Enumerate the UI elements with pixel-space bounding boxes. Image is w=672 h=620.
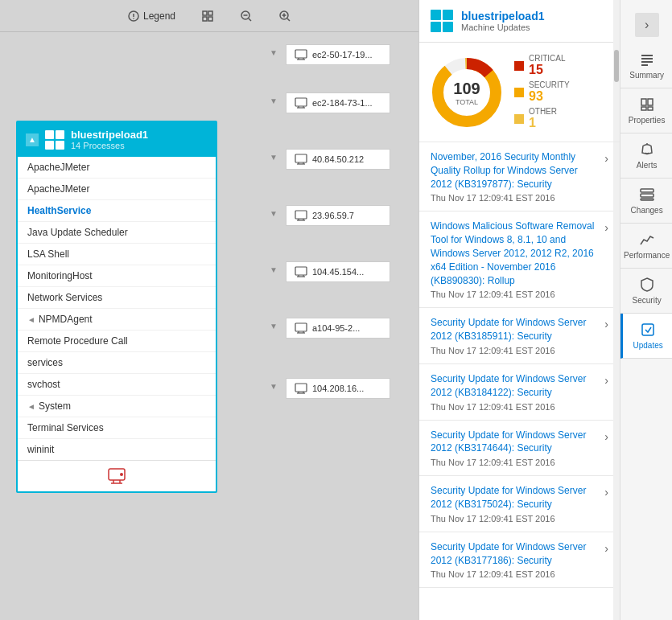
expand-panel-button[interactable]: › bbox=[635, 13, 659, 37]
donut-label: 109 TOTAL bbox=[453, 79, 480, 105]
svg-rect-27 bbox=[295, 98, 307, 106]
legend-security: SECURITY 93 bbox=[514, 80, 570, 104]
sidebar-alerts-label: Alerts bbox=[637, 161, 658, 170]
legend-security-label: SECURITY bbox=[529, 80, 570, 89]
remote-box-2[interactable]: ec2-184-73-1... bbox=[286, 92, 390, 113]
remote-box-5[interactable]: 104.45.154... bbox=[286, 261, 390, 282]
svg-rect-35 bbox=[295, 211, 307, 219]
process-name: Remote Procedure Call bbox=[27, 335, 128, 347]
process-name: HealthService bbox=[27, 205, 91, 216]
monitor-icon-7 bbox=[295, 383, 307, 394]
monitor-icon-2 bbox=[295, 97, 307, 109]
fit-button[interactable] bbox=[195, 6, 221, 26]
node-subtitle: 14 Processes bbox=[71, 141, 148, 150]
chevron-down-icon: › bbox=[604, 318, 608, 331]
sidebar-properties-label: Properties bbox=[629, 116, 666, 125]
zoom-out-button[interactable] bbox=[233, 6, 259, 26]
svg-rect-3 bbox=[203, 11, 207, 15]
monitor-icon-5 bbox=[295, 266, 307, 277]
svg-rect-6 bbox=[208, 17, 212, 21]
process-item-monitoring[interactable]: MonitoringHost bbox=[18, 265, 216, 287]
remote-box-6[interactable]: a104-95-2... bbox=[286, 318, 390, 339]
sidebar-properties-button[interactable]: Properties bbox=[620, 88, 672, 133]
expand-indicator-6: ▼ bbox=[270, 322, 278, 331]
update-item[interactable]: November, 2016 Security Monthly Quality … bbox=[419, 142, 620, 211]
remote-label-1: ec2-50-17-19... bbox=[312, 50, 373, 60]
collapse-button[interactable]: ▲ bbox=[26, 133, 39, 146]
sidebar-summary-label: Summary bbox=[629, 71, 664, 80]
update-item[interactable]: Security Update for Windows Server 2012 … bbox=[419, 532, 620, 589]
process-item-services[interactable]: services bbox=[18, 352, 216, 374]
remote-box-4[interactable]: 23.96.59.7 bbox=[286, 205, 390, 226]
process-item-terminal[interactable]: Terminal Services bbox=[18, 417, 216, 439]
process-name: System bbox=[39, 400, 71, 412]
zoom-in-icon bbox=[278, 10, 291, 23]
update-item[interactable]: Security Update for Windows Server 2012 … bbox=[419, 308, 620, 364]
donut-section: 109 TOTAL CRITICAL 15 SECURITY 93 bbox=[419, 43, 620, 142]
sidebar-updates-button[interactable]: Updates bbox=[620, 314, 672, 359]
process-name: ApacheJMeter bbox=[27, 162, 89, 173]
update-title: Security Update for Windows Server 2012 … bbox=[431, 484, 600, 511]
svg-line-13 bbox=[287, 18, 290, 21]
topology-toolbar: Legend bbox=[0, 0, 418, 32]
donut-chart: 109 TOTAL bbox=[431, 56, 503, 129]
expand-indicator-4: ▼ bbox=[270, 209, 278, 218]
process-item-network[interactable]: Network Services bbox=[18, 287, 216, 309]
update-date: Thu Nov 17 12:09:41 EST 2016 bbox=[431, 346, 600, 355]
sidebar-changes-button[interactable]: Changes bbox=[620, 179, 672, 224]
process-name: LSA Shell bbox=[27, 248, 69, 260]
process-item-java[interactable]: Java Update Scheduler bbox=[18, 222, 216, 244]
update-date: Thu Nov 17 12:09:41 EST 2016 bbox=[431, 402, 600, 412]
legend-button[interactable]: Legend bbox=[121, 6, 182, 26]
updates-list: November, 2016 Security Monthly Quality … bbox=[419, 142, 620, 620]
monitor-icon-3 bbox=[295, 154, 307, 165]
node-card: ▲ bluestripeload1 14 Processes ApacheJMe… bbox=[16, 121, 217, 493]
expand-indicator-2: ▼ bbox=[270, 96, 278, 105]
process-item-healthservice[interactable]: HealthService bbox=[18, 200, 216, 222]
remote-box-7[interactable]: 104.208.16... bbox=[286, 378, 390, 399]
expand-indicator-7: ▼ bbox=[270, 382, 278, 391]
process-item[interactable]: ApacheJMeter bbox=[18, 157, 216, 179]
process-item[interactable]: ApacheJMeter bbox=[18, 179, 216, 200]
chevron-down-icon: › bbox=[604, 152, 608, 165]
node-header[interactable]: ▲ bluestripeload1 14 Processes bbox=[18, 122, 216, 157]
detail-machine-subtitle: Machine Updates bbox=[461, 23, 544, 32]
sidebar-summary-button[interactable]: Summary bbox=[620, 43, 672, 88]
update-item[interactable]: Security Update for Windows Server 2012 … bbox=[419, 421, 620, 477]
svg-rect-61 bbox=[641, 58, 653, 60]
legend-other-count: 1 bbox=[529, 116, 557, 130]
update-item[interactable]: Security Update for Windows Server 2012 … bbox=[419, 364, 620, 421]
remote-label-6: a104-95-2... bbox=[312, 323, 360, 333]
sidebar-security-button[interactable]: Security bbox=[620, 269, 672, 314]
zoom-in-button[interactable] bbox=[272, 6, 298, 26]
donut-total-label: TOTAL bbox=[453, 97, 480, 105]
right-sidebar: › Summary Properties Alerts bbox=[620, 0, 672, 620]
svg-point-55 bbox=[120, 473, 123, 476]
process-item-svchost[interactable]: svchost bbox=[18, 374, 216, 396]
sidebar-performance-button[interactable]: Performance bbox=[620, 224, 672, 269]
chevron-down-icon: › bbox=[604, 542, 608, 555]
process-name: ApacheJMeter bbox=[27, 183, 89, 195]
topology-panel: Legend bbox=[0, 0, 418, 620]
sidebar-performance-label: Performance bbox=[624, 251, 670, 260]
process-item-rpc[interactable]: Remote Procedure Call bbox=[18, 331, 216, 352]
update-item[interactable]: Windows Malicious Software Removal Tool … bbox=[419, 211, 620, 308]
process-name: Network Services bbox=[27, 292, 102, 303]
process-item-wininit[interactable]: wininit bbox=[18, 439, 216, 460]
remote-box-3[interactable]: 40.84.50.212 bbox=[286, 149, 390, 170]
legend-critical-label: CRITICAL bbox=[529, 54, 566, 63]
monitor-icon-6 bbox=[295, 322, 307, 334]
remote-box-1[interactable]: ec2-50-17-19... bbox=[286, 44, 390, 65]
svg-rect-64 bbox=[641, 99, 646, 105]
summary-icon bbox=[639, 51, 655, 68]
update-item[interactable]: Security Update for Windows Server 2012 … bbox=[419, 476, 620, 532]
process-item-npmd[interactable]: ◄ NPMDAgent bbox=[18, 309, 216, 331]
process-item-lsa[interactable]: LSA Shell bbox=[18, 244, 216, 265]
process-item-system[interactable]: ◄ System bbox=[18, 396, 216, 417]
update-title: November, 2016 Security Monthly Quality … bbox=[431, 150, 600, 191]
sidebar-alerts-button[interactable]: Alerts bbox=[620, 133, 672, 179]
svg-rect-62 bbox=[641, 61, 653, 63]
svg-line-14 bbox=[217, 60, 241, 121]
update-content: Windows Malicious Software Removal Tool … bbox=[431, 220, 600, 299]
svg-rect-63 bbox=[641, 64, 648, 66]
